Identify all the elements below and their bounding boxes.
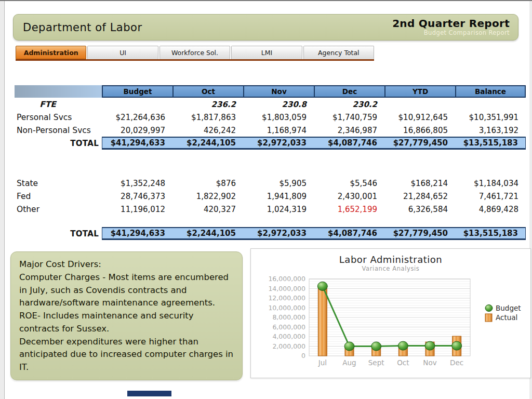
value-cell: $1,184,034	[455, 177, 526, 190]
value-cell: 1,024,319	[243, 203, 314, 216]
value-cell: 7,461,721	[455, 190, 526, 203]
page-title: Department of Labor	[23, 21, 142, 34]
total-cell: $4,087,746	[314, 227, 384, 240]
svg-text:2,000,000: 2,000,000	[272, 342, 305, 350]
total-cell: $41,294,633	[102, 227, 172, 240]
total-cell: $41,294,633	[102, 137, 172, 150]
svg-text:Nov: Nov	[423, 358, 436, 367]
table-row-state: State $1,352,248 $876 $5,905 $5,546 $168…	[15, 177, 526, 190]
value-cell: 6,326,584	[384, 203, 455, 216]
bottom-progress-marker	[127, 391, 171, 396]
value-cell: 2,346,987	[314, 124, 384, 137]
report-subtitle: Budget Comparison Report	[392, 30, 510, 36]
column-header-nov: Nov	[243, 85, 314, 98]
value-cell: 420,327	[172, 203, 243, 216]
tab-agency-total[interactable]: Agency Total	[303, 46, 374, 59]
table-row-fte: FTE 236.2 230.8 230.2	[15, 98, 526, 111]
budget-table: Budget Oct Nov Dec YTD Balance FTE 236.2…	[15, 85, 526, 240]
value-cell: $876	[172, 177, 243, 190]
value-cell: 1,168,974	[243, 124, 314, 137]
value-cell: $168,214	[384, 177, 455, 190]
svg-text:14,000,000: 14,000,000	[268, 285, 305, 292]
chart-title: Labor Administration	[251, 254, 530, 265]
svg-text:Actual: Actual	[496, 313, 517, 322]
row-label-fte: FTE	[15, 98, 102, 111]
value-cell: $5,905	[243, 177, 314, 190]
svg-text:Budget: Budget	[496, 304, 521, 312]
value-cell: 1,822,902	[172, 190, 243, 203]
svg-text:Aug: Aug	[342, 358, 356, 367]
svg-text:Sept: Sept	[368, 358, 384, 367]
report-title-block: 2nd Quarter Report Budget Comparison Rep…	[392, 18, 510, 36]
report-slide: Department of Labor 2nd Quarter Report B…	[0, 0, 532, 399]
svg-text:Oct: Oct	[397, 358, 409, 367]
value-cell: 4,869,428	[455, 203, 526, 216]
column-header-dec: Dec	[314, 85, 384, 98]
total-cell: $2,972,033	[243, 227, 314, 240]
value-cell: $1,740,759	[314, 111, 384, 124]
value-cell: $10,912,645	[384, 111, 455, 124]
svg-text:10,000,000: 10,000,000	[268, 304, 305, 312]
value-cell: $1,803,059	[243, 111, 314, 124]
row-label: Personal Svcs	[15, 111, 102, 124]
value-cell: $5,546	[314, 177, 384, 190]
window-left-margin	[0, 1, 4, 399]
column-header-ytd: YTD	[384, 85, 455, 98]
table-row-fed: Fed 28,746,373 1,822,902 1,941,809 2,430…	[15, 190, 526, 203]
window-top-edge	[0, 0, 532, 1]
row-label: Fed	[15, 190, 102, 203]
value-cell: 2,430,001	[314, 190, 384, 203]
value-cell-negative: 1,652,199	[314, 203, 384, 216]
value-cell: 3,163,192	[455, 124, 526, 137]
total-cell: $2,972,033	[243, 137, 314, 150]
fte-dec-cell: 230.2	[314, 98, 384, 111]
major-cost-drivers-note: Major Cost Drivers:Computer Charges - Mo…	[10, 251, 243, 380]
svg-text:4,000,000: 4,000,000	[272, 332, 305, 340]
value-cell: 16,866,805	[384, 124, 455, 137]
tab-bar: Administration UI Workforce Sol. LMI Age…	[16, 46, 374, 61]
report-title: 2nd Quarter Report	[392, 18, 510, 30]
svg-text:12,000,000: 12,000,000	[268, 294, 305, 302]
svg-text:0: 0	[301, 352, 305, 360]
table-row-other: Other 11,196,012 420,327 1,024,319 1,652…	[15, 203, 526, 216]
table-section-gap	[15, 216, 526, 227]
chart-subtitle: Variance Analysis	[251, 265, 530, 272]
value-cell: 28,746,373	[102, 190, 172, 203]
value-cell: 1,941,809	[243, 190, 314, 203]
value-cell: $1,817,863	[172, 111, 243, 124]
row-label: Non-Personal Svcs	[15, 124, 102, 137]
note-line: Computer Charges - Most items are encumb…	[19, 271, 235, 310]
total-cell: $13,515,183	[455, 227, 526, 240]
svg-text:8,000,000: 8,000,000	[272, 313, 305, 321]
table-row-total-appropriation: TOTAL $41,294,633 $2,244,105 $2,972,033 …	[15, 137, 526, 150]
tab-lmi[interactable]: LMI	[231, 46, 302, 59]
tab-administration[interactable]: Administration	[16, 46, 86, 59]
note-line: December expenditures were higher than a…	[19, 336, 235, 374]
tab-workforce-sol[interactable]: Workforce Sol.	[159, 46, 230, 59]
total-cell: $27,779,450	[384, 227, 455, 240]
column-header-oct: Oct	[172, 85, 243, 98]
fte-oct-cell: 236.2	[172, 98, 243, 111]
row-label: Other	[15, 203, 102, 216]
svg-text:16,000,000: 16,000,000	[268, 275, 305, 283]
total-cell: $4,087,746	[314, 137, 384, 150]
value-cell: 426,242	[172, 124, 243, 137]
total-cell: $27,779,450	[384, 137, 455, 150]
value-cell: 11,196,012	[102, 203, 172, 216]
table-corner-cell	[15, 85, 102, 98]
table-row-total-funding: TOTAL $41,294,633 $2,244,105 $2,972,033 …	[15, 227, 526, 240]
fte-budget-cell	[102, 98, 172, 111]
fte-nov-cell: 230.8	[243, 98, 314, 111]
column-header-budget: Budget	[102, 85, 172, 98]
row-label-total: TOTAL	[15, 137, 102, 150]
row-label: State	[15, 177, 102, 190]
table-row-non-personal-svcs: Non-Personal Svcs 20,029,997 426,242 1,1…	[15, 124, 526, 137]
total-cell: $13,515,183	[455, 137, 526, 150]
value-cell: 20,029,997	[102, 124, 172, 137]
row-label-total: TOTAL	[15, 227, 102, 240]
value-cell: $21,264,636	[102, 111, 172, 124]
total-cell: $2,244,105	[172, 227, 243, 240]
total-cell: $2,244,105	[172, 137, 243, 150]
value-cell: $10,351,991	[455, 111, 526, 124]
tab-ui[interactable]: UI	[87, 46, 158, 59]
